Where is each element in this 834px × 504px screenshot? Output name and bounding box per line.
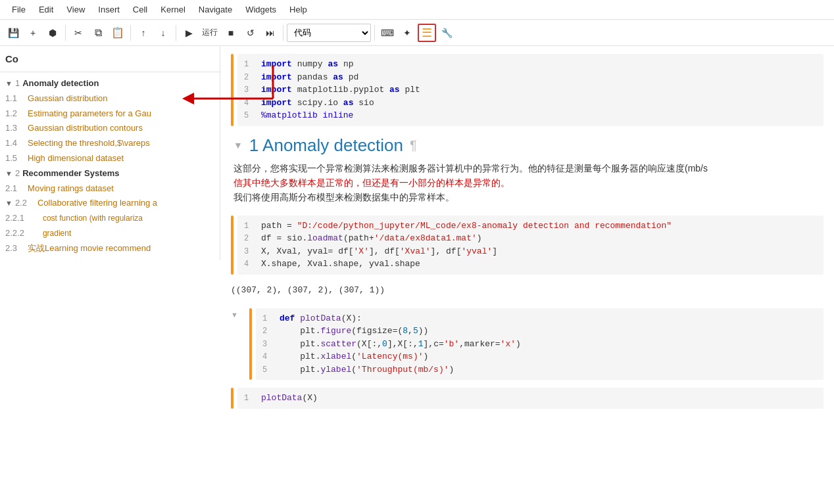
- cell-collapse-3[interactable]: ▼: [231, 308, 249, 380]
- toc-label-2-2: Collaborative filtering learning a: [37, 196, 157, 210]
- code-line-2-3: 3 X, Xval, yval= df['X'], df['Xval'], df…: [244, 245, 817, 258]
- code-content-1[interactable]: 1 import numpy as np 2 import pandas as …: [237, 54, 823, 126]
- separator-3: [176, 25, 176, 41]
- toc-num-2-3: 2.3: [5, 242, 17, 256]
- toc-item-1-2[interactable]: 1.2 Estimating parameters for a Gau: [0, 106, 220, 122]
- restart-button[interactable]: ↺: [241, 24, 260, 42]
- menu-insert[interactable]: Insert: [91, 3, 126, 16]
- toc-item-1-5[interactable]: 1.5 High dimensional dataset: [0, 151, 220, 166]
- toc-num-1-4: 1.4: [5, 137, 17, 150]
- cell-bar-4: [231, 388, 233, 409]
- heading-text: 1 Anomaly detection: [249, 135, 403, 156]
- collapse-arrow-3[interactable]: ▼: [231, 311, 238, 319]
- sidebar: Co ▼ 1 Anomaly detection 1.1 Gaussian di…: [0, 46, 220, 504]
- toc-label-2-2-1: cost function (with regulariza: [43, 212, 143, 225]
- menu-kernel[interactable]: Kernel: [154, 3, 192, 16]
- output-cell-2: ((307, 2), (307, 2), (307, 1)): [231, 281, 823, 299]
- code-line-4-1: 1 plotData(X): [244, 392, 817, 405]
- cell-bar-1: [231, 54, 233, 126]
- toc-num-2-1: 2.1: [5, 182, 17, 196]
- toc-num-2-2-2: 2.2.2: [5, 227, 24, 241]
- toc-item-1[interactable]: ▼ 1 Anomaly detection: [0, 76, 220, 91]
- output-text-2: ((307, 2), (307, 2), (307, 1)): [231, 281, 385, 299]
- code-line-1-4: 4 import scipy.io as sio: [244, 97, 817, 110]
- run-button[interactable]: ▶: [180, 24, 198, 42]
- menu-edit[interactable]: Edit: [32, 3, 60, 16]
- toc-item-2-2-2[interactable]: 2.2.2 gradient: [0, 226, 220, 241]
- move-down-button[interactable]: ↓: [154, 24, 172, 42]
- magic-button[interactable]: ✦: [398, 24, 416, 42]
- toc-item-1-4[interactable]: 1.4 Selecting the threshold,$\vareps: [0, 136, 220, 151]
- separator-2: [130, 25, 131, 41]
- separator-4: [283, 25, 283, 41]
- code-line-2-4: 4 X.shape, Xval.shape, yval.shape: [244, 258, 817, 271]
- toc-label-1: Anomaly detection: [22, 77, 99, 91]
- list-button[interactable]: ☰: [418, 24, 436, 42]
- toc-num-1-2: 1.2: [5, 107, 17, 121]
- code-line-3-5: 5 plt.ylabel('Throughput(mb/s)'): [262, 363, 817, 377]
- cell-bar-2: [231, 216, 233, 275]
- code-line-2-2: 2 df = sio.loadmat(path+'/data/ex8data1.…: [244, 232, 817, 245]
- save-button[interactable]: 💾: [4, 24, 22, 42]
- restart-run-button[interactable]: ⏭: [261, 24, 280, 42]
- toc-label-1-5: High dimensional dataset: [28, 152, 124, 166]
- code-line-1-1: 1 import numpy as np: [244, 58, 817, 71]
- heading-collapse-arrow[interactable]: ▼: [233, 140, 243, 150]
- code-cell-3: ▼ 1 def plotData(X): 2 plt.figure(figsiz…: [231, 308, 823, 380]
- toc-num-1-3: 1.3: [5, 122, 17, 135]
- toc-item-2-1[interactable]: 2.1 Moving ratings dataset: [0, 181, 220, 196]
- stop-button[interactable]: ■: [222, 24, 240, 42]
- menu-file[interactable]: File: [5, 3, 32, 16]
- code-cell-3-wrapper: ▼ 1 def plotData(X): 2 plt.figure(figsiz…: [220, 303, 834, 380]
- toolbar: 💾 + ⬢ ✂ ⧉ 📋 ↑ ↓ ▶ 运行 ■ ↺ ⏭ 代码 Markdown R…: [0, 20, 834, 46]
- main-layout: Co ▼ 1 Anomaly detection 1.1 Gaussian di…: [0, 46, 834, 504]
- copy-button[interactable]: ⧉: [89, 24, 107, 42]
- desc-line-2: 信其中绝大多数样本是正常的，但还是有一小部分的样本是异常的。: [233, 177, 510, 188]
- code-line-3-2: 2 plt.figure(figsize=(8,5)): [262, 325, 817, 338]
- code-line-3-4: 4 plt.xlabel('Latency(ms)'): [262, 350, 817, 363]
- menu-navigate[interactable]: Navigate: [192, 3, 239, 16]
- toc-label-2-2-2: gradient: [43, 227, 71, 240]
- keyboard-shortcuts-button[interactable]: ⌨: [378, 24, 397, 42]
- code-cell-4: 1 plotData(X): [231, 388, 823, 409]
- cut-button[interactable]: ✂: [69, 24, 87, 42]
- menu-cell[interactable]: Cell: [126, 3, 154, 16]
- cell-type-select[interactable]: 代码 Markdown Raw NBConvert Heading: [287, 24, 371, 42]
- toc-label-1-1: Gaussian distribution: [28, 92, 107, 106]
- code-cell-4-wrapper: 1 plotData(X): [220, 382, 834, 409]
- menu-view[interactable]: View: [60, 3, 91, 16]
- tools-button[interactable]: 🔧: [437, 24, 456, 42]
- desc-line-1: 这部分，您将实现一个异常检测算法来检测服务器计算机中的异常行为。他的特征是测量每…: [233, 163, 708, 173]
- toc-item-2-3[interactable]: 2.3 实战Learning movie recommend: [0, 241, 220, 256]
- code-content-4[interactable]: 1 plotData(X): [237, 388, 823, 409]
- toc-label-1-2: Estimating parameters for a Gau: [28, 107, 151, 121]
- code-line-1-5: 5 %matplotlib inline: [244, 109, 817, 122]
- paste-button[interactable]: 📋: [109, 24, 127, 42]
- code-cell-1-wrapper: 1 import numpy as np 2 import pandas as …: [220, 46, 834, 126]
- menu-widgets[interactable]: Widgets: [239, 3, 283, 16]
- move-up-button[interactable]: ↑: [134, 24, 153, 42]
- main-content: 1 import numpy as np 2 import pandas as …: [220, 46, 834, 504]
- toc-item-2-2[interactable]: ▼ 2.2 Collaborative filtering learning a: [0, 196, 220, 211]
- toc-item-1-1[interactable]: 1.1 Gaussian distribution: [0, 91, 220, 106]
- separator-5: [374, 25, 375, 41]
- menu-help[interactable]: Help: [283, 3, 314, 16]
- code-line-3-1: 1 def plotData(X):: [262, 312, 817, 325]
- insert-button[interactable]: ⬢: [43, 24, 62, 42]
- sidebar-label: Co: [0, 46, 220, 72]
- separator-1: [65, 25, 66, 41]
- toc-label-2: Recommender Systems: [22, 167, 119, 181]
- code-line-3-3: 3 plt.scatter(X[:,0],X[:,1],c='b',marker…: [262, 338, 817, 351]
- toc-num-2-2-1: 2.2.1: [5, 212, 24, 225]
- cell-bar-3: [249, 308, 252, 380]
- toc-item-1-3[interactable]: 1.3 Gaussian distribution contours: [0, 121, 220, 136]
- toc-item-2[interactable]: ▼ 2 Recommender Systems: [0, 166, 220, 181]
- code-line-1-2: 2 import pandas as pd: [244, 71, 817, 84]
- add-cell-button[interactable]: +: [24, 24, 42, 42]
- code-content-3[interactable]: 1 def plotData(X): 2 plt.figure(figsize=…: [256, 308, 823, 380]
- code-line-1-3: 3 import matplotlib.pyplot as plt: [244, 83, 817, 97]
- toc-item-2-2-1[interactable]: 2.2.1 cost function (with regulariza: [0, 211, 220, 226]
- code-content-2[interactable]: 1 path = "D:/code/python_jupyter/ML_code…: [237, 216, 823, 275]
- code-line-2-1: 1 path = "D:/code/python_jupyter/ML_code…: [244, 219, 817, 233]
- section-heading: ▼ 1 Anomaly detection ¶: [220, 129, 834, 156]
